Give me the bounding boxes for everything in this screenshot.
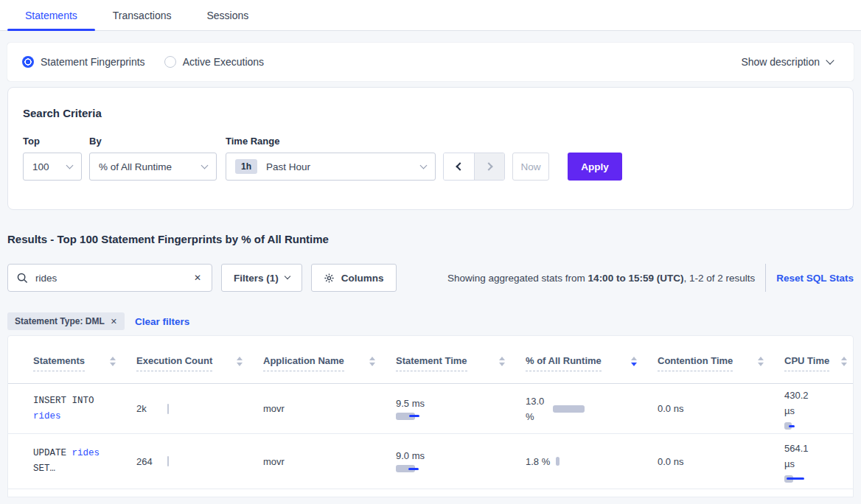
now-button[interactable]: Now xyxy=(512,153,549,181)
execution-count-cell: 2k xyxy=(136,403,263,414)
search-criteria-form: Top 100 By % of All Runtime Time Range 1… xyxy=(23,136,838,181)
cpu-time-bar xyxy=(784,475,853,483)
column-header-execution-count[interactable]: Execution Count xyxy=(136,355,263,371)
aggregated-stats-text: Showing aggregated stats from 14:00 to 1… xyxy=(447,273,755,284)
time-range-select[interactable]: 1h Past Hour xyxy=(226,153,436,181)
tab-transactions[interactable]: Transactions xyxy=(95,0,189,30)
applied-filters-row: Statement Type: DML ✕ Clear filters xyxy=(7,312,854,330)
clear-filters-link[interactable]: Clear filters xyxy=(135,316,189,327)
search-criteria-card: Search Criteria Top 100 By % of All Runt… xyxy=(7,87,854,210)
table-header-row: Statements Execution Count Application N… xyxy=(8,336,853,384)
next-time-range-button[interactable] xyxy=(474,153,504,180)
tab-sessions[interactable]: Sessions xyxy=(189,0,266,30)
statement-search-box: ✕ xyxy=(7,264,212,292)
by-label: By xyxy=(89,136,217,147)
time-range-value: Past Hour xyxy=(266,161,310,172)
radio-selected-icon xyxy=(22,56,34,68)
by-field: By % of All Runtime xyxy=(89,136,217,181)
execution-count-bar xyxy=(167,456,169,466)
page-tab-bar: Statements Transactions Sessions xyxy=(0,0,861,31)
radio-label: Active Executions xyxy=(183,56,265,68)
column-header-contention-time[interactable]: Contention Time xyxy=(658,355,784,371)
time-range-badge: 1h xyxy=(235,159,257,174)
application-name-cell: movr xyxy=(263,403,396,414)
top-field: Top 100 xyxy=(23,136,82,181)
time-range-field: Time Range 1h Past Hour xyxy=(226,136,436,181)
remove-filter-icon[interactable]: ✕ xyxy=(111,317,117,326)
results-heading: Results - Top 100 Statement Fingerprints… xyxy=(7,233,854,246)
clear-search-icon[interactable]: ✕ xyxy=(192,271,203,284)
pct-all-runtime-cell: 1.8 % xyxy=(526,454,658,469)
radio-active-executions[interactable]: Active Executions xyxy=(164,56,265,68)
filter-chip-statement-type[interactable]: Statement Type: DML ✕ xyxy=(7,312,125,330)
tab-statements[interactable]: Statements xyxy=(7,0,95,30)
contention-time-cell: 0.0 ns xyxy=(658,456,784,467)
by-select-value: % of All Runtime xyxy=(99,161,172,172)
by-select[interactable]: % of All Runtime xyxy=(89,153,217,181)
table-row: INSERT INTOrides 2k movr 9.5 ms 13.0% 0.… xyxy=(8,384,853,434)
cpu-time-bar xyxy=(784,422,853,430)
execution-count-bar xyxy=(167,404,169,414)
results-toolbar: ✕ Filters (1) Columns Showing aggregated… xyxy=(7,264,854,292)
columns-label: Columns xyxy=(341,273,384,284)
chevron-left-icon xyxy=(456,162,464,170)
column-header-pct-all-runtime[interactable]: % of All Runtime xyxy=(526,355,658,371)
search-icon xyxy=(17,273,28,284)
apply-button[interactable]: Apply xyxy=(568,153,622,181)
show-description-label: Show description xyxy=(741,56,820,68)
statement-fingerprint-cell: INSERT INTOrides xyxy=(33,393,136,424)
filters-label: Filters (1) xyxy=(234,273,279,284)
sort-icon xyxy=(237,357,243,366)
chevron-down-icon xyxy=(201,161,209,169)
application-name-cell: movr xyxy=(263,456,396,467)
view-mode-bar: Statement Fingerprints Active Executions… xyxy=(7,43,854,81)
time-range-label: Time Range xyxy=(226,136,436,147)
column-header-application-name[interactable]: Application Name xyxy=(263,355,396,371)
sort-desc-icon xyxy=(631,357,637,366)
statement-time-bar xyxy=(396,465,526,472)
pct-runtime-bar xyxy=(553,405,585,413)
search-input[interactable] xyxy=(35,273,192,284)
statement-time-cell: 9.5 ms xyxy=(396,398,526,420)
cpu-time-cell: 564.1µs xyxy=(784,441,853,483)
radio-label: Statement Fingerprints xyxy=(41,56,145,68)
gear-icon xyxy=(324,273,335,284)
radio-statement-fingerprints[interactable]: Statement Fingerprints xyxy=(22,56,145,68)
time-range-nav xyxy=(443,153,505,181)
sort-icon xyxy=(841,357,847,366)
statement-fingerprint-cell: UPDATE ridesSET… xyxy=(33,446,136,477)
column-header-cpu-time[interactable]: CPU Time xyxy=(784,355,853,371)
filters-button[interactable]: Filters (1) xyxy=(221,264,302,292)
statement-time-bar xyxy=(396,413,526,420)
execution-count-cell: 264 xyxy=(136,456,263,467)
chevron-down-icon xyxy=(285,273,290,279)
divider xyxy=(765,264,766,292)
top-select-value: 100 xyxy=(32,161,49,172)
top-label: Top xyxy=(23,136,82,147)
table-row: UPDATE ridesSET… 264 movr 9.0 ms 1.8 % 0… xyxy=(8,434,853,489)
search-criteria-title: Search Criteria xyxy=(23,107,838,119)
chevron-down-icon xyxy=(420,161,428,169)
sort-icon xyxy=(110,357,116,366)
contention-time-cell: 0.0 ns xyxy=(658,403,784,414)
sort-icon xyxy=(369,357,375,366)
radio-unselected-icon xyxy=(164,56,176,68)
top-select[interactable]: 100 xyxy=(23,153,82,181)
statements-table: Statements Execution Count Application N… xyxy=(7,335,854,497)
chevron-down-icon xyxy=(826,56,834,64)
column-header-statements[interactable]: Statements xyxy=(33,355,136,371)
columns-button[interactable]: Columns xyxy=(311,264,397,292)
chevron-down-icon xyxy=(66,161,74,169)
statement-time-cell: 9.0 ms xyxy=(396,450,526,472)
filter-chip-label: Statement Type: DML xyxy=(15,316,105,326)
cpu-time-cell: 430.2µs xyxy=(784,388,853,430)
statement-link[interactable]: rides xyxy=(33,411,61,421)
sort-icon xyxy=(758,357,764,366)
show-description-toggle[interactable]: Show description xyxy=(741,56,833,68)
pct-runtime-bar xyxy=(556,457,560,466)
pct-all-runtime-cell: 13.0% xyxy=(526,393,658,424)
column-header-statement-time[interactable]: Statement Time xyxy=(396,355,526,371)
reset-sql-stats-link[interactable]: Reset SQL Stats xyxy=(776,273,854,284)
previous-time-range-button[interactable] xyxy=(444,153,474,180)
statement-link[interactable]: rides xyxy=(72,448,100,458)
